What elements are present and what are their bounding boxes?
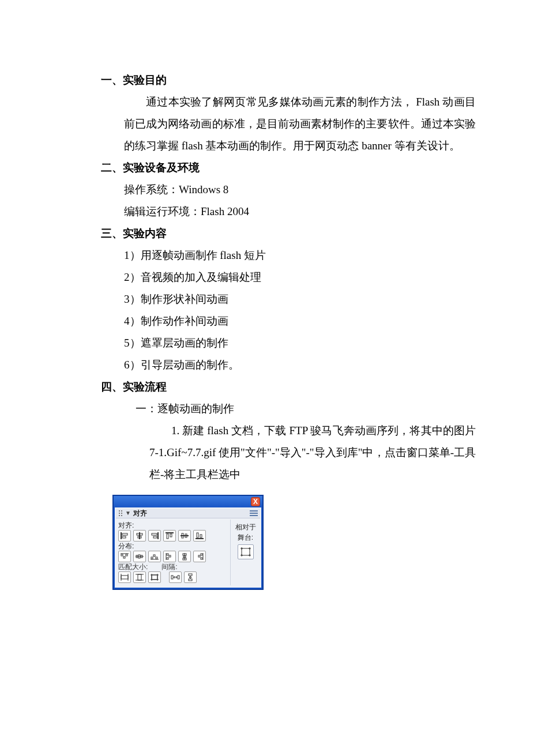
match-height-icon[interactable] [133,571,146,583]
match-both-icon[interactable] [148,571,161,583]
distribute-bottom-icon[interactable] [148,551,161,562]
match-size-label: 匹配大小: [118,563,148,570]
panel-header[interactable]: ▼ 对齐 [116,509,260,518]
content-item-6: 6）引导层动画的制作。 [124,354,476,376]
relative-to-label: 相对于 [235,523,256,531]
space-horizontal-icon[interactable] [169,571,182,583]
space-vertical-icon[interactable] [184,571,197,583]
content-item-5: 5）遮罩层动画的制作 [124,332,476,354]
procedure-part1-title: 一：逐帧动画的制作 [124,398,476,420]
svg-rect-6 [157,532,159,539]
content-item-1: 1）用逐帧动画制作 flash 短片 [124,245,476,266]
svg-rect-41 [201,558,202,559]
distribute-top-icon[interactable] [118,551,131,562]
svg-rect-9 [166,532,174,533]
panel-titlebar[interactable]: X [114,496,262,507]
gripper-icon[interactable] [118,510,123,517]
section-1-paragraph: 通过本实验了解网页常见多媒体动画元素的制作方法， Flash 动画目前已成为网络… [124,91,476,157]
svg-rect-21 [126,554,127,556]
section-1-heading: 一、实验目的 [101,69,476,91]
svg-rect-11 [170,534,172,537]
align-vcenter-icon[interactable] [178,530,191,541]
svg-rect-19 [121,554,123,556]
svg-rect-29 [156,557,157,559]
svg-rect-42 [121,576,128,579]
svg-rect-53 [171,576,173,579]
svg-rect-17 [200,535,202,537]
svg-rect-1 [122,533,127,535]
space-label: 间隔: [161,563,177,570]
svg-rect-57 [242,548,250,555]
align-section-label: 对齐: [118,522,228,529]
svg-rect-28 [153,555,155,556]
svg-rect-48 [152,575,157,580]
svg-rect-56 [189,579,192,581]
panel-menu-icon[interactable] [250,510,258,516]
section-2-heading: 二、实验设备及环境 [101,157,476,179]
svg-rect-7 [152,533,157,535]
svg-rect-31 [167,554,168,555]
svg-rect-27 [151,557,153,559]
env-line: 编辑运行环境：Flash 2004 [124,201,476,223]
svg-rect-32 [169,555,171,557]
svg-rect-0 [121,532,122,539]
svg-rect-54 [178,576,179,579]
stage-label: 舞台: [238,533,253,541]
panel-title: 对齐 [133,510,147,517]
svg-rect-15 [196,538,204,539]
distribute-section-label: 分布: [118,543,228,550]
align-right-icon[interactable] [148,530,161,541]
content-item-3: 3）制作形状补间动画 [124,288,476,310]
distribute-left-icon[interactable] [163,551,176,562]
align-left-icon[interactable] [118,530,131,541]
align-top-icon[interactable] [163,530,176,541]
svg-rect-40 [198,555,200,557]
align-hcenter-icon[interactable] [133,530,146,541]
svg-rect-10 [167,534,168,539]
align-panel: X ▼ 对齐 对齐: [112,495,264,590]
distribute-right-icon[interactable] [193,551,206,562]
distribute-vcenter-icon[interactable] [133,551,146,562]
svg-rect-16 [197,533,198,537]
to-stage-button[interactable] [238,544,254,559]
section-4-heading: 四、实验流程 [101,376,476,398]
svg-rect-55 [189,574,192,576]
os-line: 操作系统：Windows 8 [124,179,476,201]
procedure-step-1: 1. 新建 flash 文档，下载 FTP 骏马飞奔动画序列，将其中的图片 7-… [149,420,476,486]
svg-rect-39 [201,554,202,555]
content-item-2: 2）音视频的加入及编辑处理 [124,266,476,288]
disclosure-icon[interactable]: ▼ [125,510,131,516]
svg-rect-8 [153,536,157,538]
svg-rect-20 [123,556,125,558]
match-width-icon[interactable] [118,571,131,583]
svg-rect-2 [122,536,126,538]
section-3-heading: 三、实验内容 [101,223,476,245]
close-button[interactable]: X [251,497,260,506]
svg-rect-33 [167,558,168,559]
align-bottom-icon[interactable] [193,530,206,541]
content-item-4: 4）制作动作补间动画 [124,310,476,332]
svg-rect-45 [138,574,141,580]
distribute-hcenter-icon[interactable] [178,551,191,562]
